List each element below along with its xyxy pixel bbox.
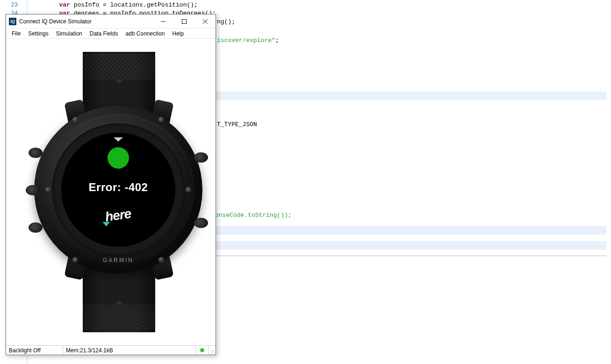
simulator-window: IQ Connect IQ Device Simulator File Sett… <box>6 14 216 355</box>
status-indicator <box>196 346 209 355</box>
bezel-screw <box>45 187 51 193</box>
menu-simulation[interactable]: Simulation <box>52 29 86 38</box>
here-logo: here <box>104 206 132 224</box>
menu-adb-connection[interactable]: adb Connection <box>122 29 168 38</box>
error-label: Error: -402 <box>89 181 148 194</box>
line-number: 23 <box>0 1 26 9</box>
bezel-screw <box>158 117 164 122</box>
triangle-marker-icon <box>114 137 123 142</box>
app-icon: IQ <box>9 18 16 25</box>
code-fragment: onseCode.toString()); <box>215 211 292 220</box>
menu-help[interactable]: Help <box>169 29 188 38</box>
watch-button-bottom-left[interactable] <box>29 222 43 233</box>
code-fragment: T_TYPE_JSON <box>217 121 257 129</box>
menu-data-fields[interactable]: Data Fields <box>86 29 122 38</box>
window-title: Connect IQ Device Simulator <box>19 18 152 25</box>
close-button[interactable] <box>194 14 216 28</box>
bezel-screw <box>186 187 191 193</box>
status-backlight: Backlight Off <box>6 346 63 355</box>
strap-arrow-icon <box>115 301 123 304</box>
titlebar[interactable]: IQ Connect IQ Device Simulator <box>6 14 216 29</box>
gps-indicator-icon <box>108 147 129 169</box>
watch-device: Error: -402 here GARMIN <box>17 52 204 332</box>
menu-settings[interactable]: Settings <box>24 29 52 38</box>
svg-rect-1 <box>182 19 186 23</box>
window-controls <box>152 14 216 28</box>
watch-screen[interactable]: Error: -402 here <box>61 133 175 247</box>
watch-button-mid-left[interactable] <box>26 185 40 195</box>
simulator-canvas[interactable]: Error: -402 here GARMIN <box>6 39 216 345</box>
garmin-brand-label: GARMIN <box>34 257 202 264</box>
here-arrow-icon <box>103 221 110 227</box>
watch-button-bottom-right[interactable] <box>194 218 208 228</box>
resize-grip[interactable] <box>209 346 216 355</box>
watch-button-top-right[interactable] <box>194 152 208 163</box>
code-fragment: ng(); <box>217 18 235 26</box>
strap-texture <box>83 54 155 79</box>
code-fragment: iscover/explore"; <box>217 36 279 45</box>
watch-case: Error: -402 here GARMIN <box>34 106 202 274</box>
bezel-screw <box>72 117 78 122</box>
minimize-button[interactable] <box>152 14 173 28</box>
strap-arrow-icon <box>115 80 123 83</box>
statusbar: Backlight Off Mem:21.3/124.1kB <box>6 345 216 355</box>
status-memory: Mem:21.3/124.1kB <box>63 346 196 355</box>
status-dot-icon <box>200 348 204 352</box>
menubar: File Settings Simulation Data Fields adb… <box>6 29 216 39</box>
menu-file[interactable]: File <box>8 29 24 38</box>
strap-texture <box>83 305 155 330</box>
watch-button-top-left[interactable] <box>29 148 43 158</box>
maximize-button[interactable] <box>173 14 194 28</box>
code-line: var posInfo = locations.getPosition(); <box>30 1 611 9</box>
